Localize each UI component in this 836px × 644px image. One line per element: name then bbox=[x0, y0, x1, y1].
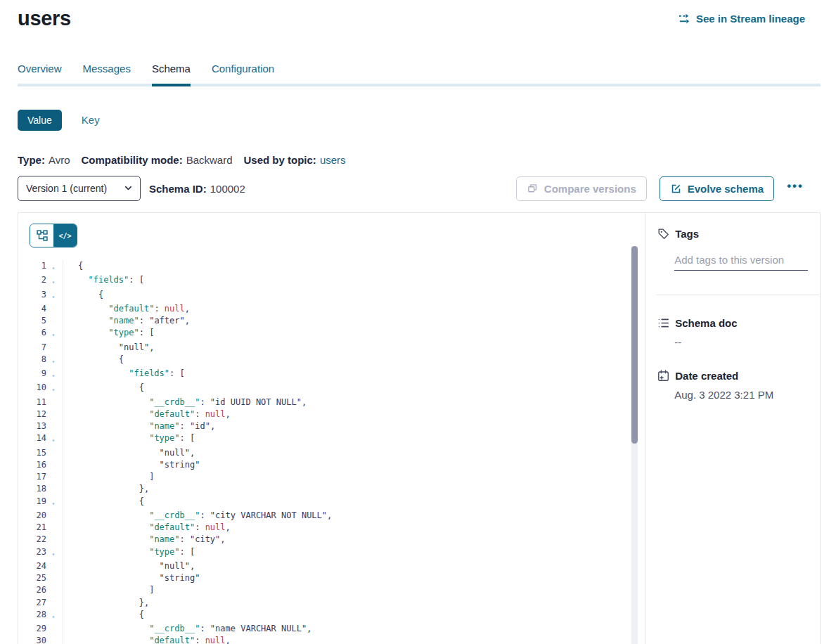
tab-messages[interactable]: Messages bbox=[83, 63, 131, 84]
schema-doc-value: -- bbox=[674, 336, 820, 348]
fold-spacer bbox=[46, 534, 60, 546]
evolve-schema-button[interactable]: Evolve schema bbox=[660, 176, 774, 201]
schema-type: Type: Avro bbox=[18, 154, 70, 166]
compatibility-mode-label: Compatibility mode: bbox=[81, 154, 182, 166]
fold-spacer bbox=[46, 397, 60, 408]
code-line: 25 "string" bbox=[18, 572, 645, 584]
code-line: 22 "name": "city", bbox=[18, 534, 645, 546]
code-text: "fields": [ bbox=[63, 368, 185, 382]
fold-toggle-icon[interactable]: ▾ bbox=[46, 274, 60, 288]
fold-toggle-icon[interactable]: ▾ bbox=[46, 382, 60, 396]
fold-toggle-icon[interactable]: ▾ bbox=[46, 354, 60, 368]
fold-spacer bbox=[46, 597, 60, 609]
code-line: 5 "name": "after", bbox=[18, 315, 645, 327]
fold-spacer bbox=[46, 408, 60, 420]
code-line: 6▾ "type": [ bbox=[18, 327, 645, 341]
line-number: 17 bbox=[18, 471, 46, 483]
code-text: "__crdb__": "id UUID NOT NULL", bbox=[63, 397, 307, 408]
schema-json-code: 1▾{2▾ "fields": [3▾ {4 "default": null,5… bbox=[18, 260, 645, 644]
line-number: 3 bbox=[18, 289, 46, 303]
schema-page: users See in Stream lineage Overview Mes… bbox=[0, 0, 821, 644]
fold-toggle-icon[interactable]: ▾ bbox=[46, 289, 60, 303]
line-number: 12 bbox=[18, 408, 46, 420]
code-text: "__crdb__": "name VARCHAR NULL", bbox=[63, 623, 311, 635]
code-line: 24 "null", bbox=[18, 560, 645, 572]
fold-toggle-icon[interactable]: ▾ bbox=[46, 327, 60, 341]
sidebar-divider bbox=[657, 295, 820, 295]
more-options-button[interactable]: ••• bbox=[787, 179, 805, 198]
schema-id-label: Schema ID: bbox=[149, 183, 207, 195]
code-line: 10▾ { bbox=[18, 382, 645, 396]
tab-overview[interactable]: Overview bbox=[18, 63, 62, 84]
line-number: 22 bbox=[18, 534, 46, 546]
tab-configuration[interactable]: Configuration bbox=[212, 63, 274, 84]
schema-type-label: Type: bbox=[18, 154, 45, 166]
stream-lineage-link[interactable]: See in Stream lineage bbox=[678, 12, 805, 25]
compare-icon bbox=[527, 183, 539, 195]
version-select[interactable]: Version 1 (current) bbox=[18, 176, 141, 201]
fold-spacer bbox=[46, 315, 60, 327]
code-line: 4 "default": null, bbox=[18, 303, 645, 315]
compatibility-mode-value: Backward bbox=[186, 154, 233, 166]
edit-icon bbox=[670, 183, 682, 195]
code-text: { bbox=[63, 382, 144, 396]
line-number: 6 bbox=[18, 327, 46, 341]
fold-toggle-icon[interactable]: ▾ bbox=[46, 368, 60, 382]
line-number: 25 bbox=[18, 572, 46, 584]
code-view-button[interactable]: </> bbox=[53, 224, 77, 247]
page-title: users bbox=[18, 7, 71, 30]
line-number: 29 bbox=[18, 623, 46, 635]
code-line: 2▾ "fields": [ bbox=[18, 274, 645, 288]
value-toggle-button[interactable]: Value bbox=[18, 110, 62, 131]
code-text: { bbox=[63, 609, 144, 623]
tab-schema[interactable]: Schema bbox=[152, 63, 191, 84]
code-text: }, bbox=[63, 483, 149, 495]
key-toggle-button[interactable]: Key bbox=[80, 109, 101, 131]
code-line: 27 }, bbox=[18, 597, 645, 609]
editor-scrollbar-thumb[interactable] bbox=[631, 246, 638, 444]
tags-input[interactable] bbox=[674, 252, 808, 271]
list-icon bbox=[657, 316, 670, 330]
calendar-plus-icon bbox=[657, 369, 670, 382]
code-text: "type": [ bbox=[63, 546, 195, 560]
line-number: 18 bbox=[18, 483, 46, 495]
code-line: 8▾ { bbox=[18, 354, 645, 368]
line-number: 24 bbox=[18, 560, 46, 572]
line-number: 19 bbox=[18, 496, 46, 510]
line-number: 15 bbox=[18, 447, 46, 459]
line-number: 10 bbox=[18, 382, 46, 396]
schema-card: </> 1▾{2▾ "fields": [3▾ {4 "default": nu… bbox=[18, 212, 821, 644]
line-number: 5 bbox=[18, 315, 46, 327]
code-line: 1▾{ bbox=[18, 260, 645, 274]
fold-toggle-icon[interactable]: ▾ bbox=[46, 546, 60, 560]
tree-view-button[interactable] bbox=[30, 224, 53, 247]
used-by-topic: Used by topic: users bbox=[244, 154, 346, 166]
tag-icon bbox=[657, 227, 670, 240]
code-line: 29 "__crdb__": "name VARCHAR NULL", bbox=[18, 623, 645, 635]
compare-versions-button[interactable]: Compare versions bbox=[516, 176, 647, 201]
code-line: 30 "default": null, bbox=[18, 635, 645, 644]
fold-spacer bbox=[46, 510, 60, 522]
editor-scrollbar-track[interactable] bbox=[631, 246, 638, 644]
fold-toggle-icon[interactable]: ▾ bbox=[46, 432, 60, 446]
code-text: "default": null, bbox=[63, 303, 190, 315]
code-line: 17 ] bbox=[18, 471, 645, 483]
editor-view-toggle: </> bbox=[30, 224, 77, 247]
topic-link[interactable]: users bbox=[320, 154, 346, 166]
value-key-toggle: Value Key bbox=[18, 109, 805, 131]
code-line: 14▾ "type": [ bbox=[18, 432, 645, 446]
fold-toggle-icon[interactable]: ▾ bbox=[46, 609, 60, 623]
fold-spacer bbox=[46, 623, 60, 635]
fold-spacer bbox=[46, 522, 60, 534]
fold-toggle-icon[interactable]: ▾ bbox=[46, 260, 60, 274]
line-number: 1 bbox=[18, 260, 46, 274]
tabs-underline bbox=[18, 84, 821, 86]
line-number: 23 bbox=[18, 546, 46, 560]
schema-doc-heading: Schema doc bbox=[675, 317, 737, 329]
fold-toggle-icon[interactable]: ▾ bbox=[46, 496, 60, 510]
date-created-heading: Date created bbox=[675, 370, 738, 382]
version-controls-row: Version 1 (current) Schema ID: 100002 bbox=[18, 176, 805, 201]
fold-spacer bbox=[46, 459, 60, 471]
stream-lineage-icon bbox=[678, 12, 691, 25]
line-number: 7 bbox=[18, 342, 46, 354]
